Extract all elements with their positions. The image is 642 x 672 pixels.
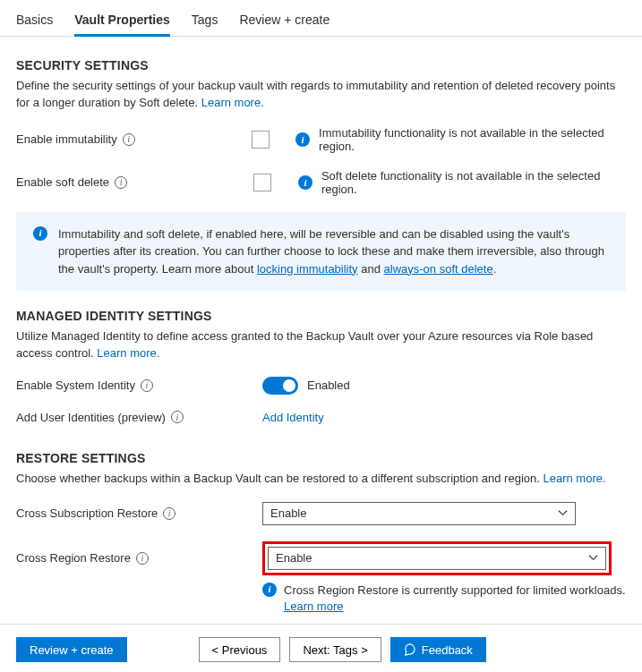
crr-learn-more-link[interactable]: Learn more xyxy=(284,600,343,613)
tab-basics[interactable]: Basics xyxy=(16,7,53,36)
banner-text-post: . xyxy=(493,262,497,276)
feedback-label: Feedback xyxy=(422,643,473,657)
enable-immutability-label: Enable immutability xyxy=(16,132,117,146)
footer-bar: Review + create < Previous Next: Tags > … xyxy=(0,624,642,672)
add-user-identities-row: Add User Identities (preview) i Add Iden… xyxy=(16,411,626,424)
cross-region-restore-select[interactable]: Enable xyxy=(268,547,606,570)
add-user-identities-label: Add User Identities (preview) xyxy=(16,411,166,424)
banner-text-mid: and xyxy=(358,262,384,276)
security-learn-more-link[interactable]: Learn more. xyxy=(201,96,264,109)
info-icon[interactable]: i xyxy=(115,176,127,189)
tab-vault-properties[interactable]: Vault Properties xyxy=(74,7,170,37)
managed-identity-heading: MANAGED IDENTITY SETTINGS xyxy=(16,309,626,323)
enable-system-identity-row: Enable System Identity i Enabled xyxy=(16,377,626,395)
feedback-button[interactable]: Feedback xyxy=(390,637,486,662)
crr-info-note: i Cross Region Restore is currently supp… xyxy=(262,583,626,615)
enable-immutability-checkbox[interactable] xyxy=(252,131,270,149)
tab-review-create[interactable]: Review + create xyxy=(239,7,330,36)
info-icon[interactable]: i xyxy=(163,507,175,520)
security-banner-text: Immutability and soft delete, if enabled… xyxy=(58,225,609,278)
cross-region-restore-highlight: Enable xyxy=(262,541,612,575)
previous-button[interactable]: < Previous xyxy=(199,637,281,662)
system-identity-toggle[interactable] xyxy=(262,377,298,395)
enable-soft-delete-label: Enable soft delete xyxy=(16,175,109,189)
feedback-icon xyxy=(404,643,416,656)
restore-settings-heading: RESTORE SETTINGS xyxy=(16,451,626,465)
system-identity-enabled-text: Enabled xyxy=(307,379,350,392)
enable-soft-delete-row: Enable soft delete i i Soft delete funct… xyxy=(16,169,626,196)
cross-region-restore-label: Cross Region Restore xyxy=(16,551,131,565)
info-badge-icon: i xyxy=(298,175,312,190)
info-badge-icon: i xyxy=(262,583,277,597)
info-icon[interactable]: i xyxy=(171,411,184,423)
content-pane: SECURITY SETTINGS Define the security se… xyxy=(0,37,642,624)
add-identity-link[interactable]: Add Identity xyxy=(262,411,324,424)
info-badge-icon: i xyxy=(33,226,47,241)
cross-region-restore-row: Cross Region Restore i Enable xyxy=(16,541,626,575)
info-icon[interactable]: i xyxy=(136,552,149,565)
managed-identity-desc: Utilize Managed Identity to define acces… xyxy=(16,328,626,362)
chevron-down-icon xyxy=(558,508,568,518)
select-value: Enable xyxy=(276,551,312,565)
enable-immutability-row: Enable immutability i i Immutability fun… xyxy=(16,126,626,153)
info-icon[interactable]: i xyxy=(141,379,153,392)
security-info-banner: i Immutability and soft delete, if enabl… xyxy=(16,212,626,292)
tab-bar: Basics Vault Properties Tags Review + cr… xyxy=(0,0,642,37)
enable-soft-delete-checkbox[interactable] xyxy=(253,174,271,191)
cross-subscription-restore-label: Cross Subscription Restore xyxy=(16,506,158,520)
always-on-soft-delete-link[interactable]: always-on soft delete xyxy=(384,262,493,276)
restore-settings-desc: Choose whether backups within a Backup V… xyxy=(16,471,626,488)
security-settings-heading: SECURITY SETTINGS xyxy=(16,58,626,72)
restore-learn-more-link[interactable]: Learn more. xyxy=(544,472,606,485)
crr-info-text: Cross Region Restore is currently suppor… xyxy=(284,583,626,597)
info-badge-icon: i xyxy=(295,132,310,147)
chevron-down-icon xyxy=(588,553,598,563)
cross-subscription-restore-row: Cross Subscription Restore i Enable xyxy=(16,502,626,525)
tab-tags[interactable]: Tags xyxy=(192,7,218,36)
locking-immutability-link[interactable]: locking immutability xyxy=(257,262,358,276)
next-button[interactable]: Next: Tags > xyxy=(289,637,381,662)
security-settings-desc: Define the security settings of your bac… xyxy=(16,78,626,112)
review-create-button[interactable]: Review + create xyxy=(16,637,127,662)
identity-learn-more-link[interactable]: Learn more. xyxy=(97,346,159,360)
restore-desc-text: Choose whether backups within a Backup V… xyxy=(16,472,540,485)
select-value: Enable xyxy=(270,506,306,520)
soft-delete-unavailable-msg: Soft delete functionality is not availab… xyxy=(321,169,626,196)
immutability-unavailable-msg: Immutability functionality is not availa… xyxy=(319,126,626,153)
info-icon[interactable]: i xyxy=(123,133,135,146)
cross-subscription-restore-select[interactable]: Enable xyxy=(262,502,576,525)
enable-system-identity-label: Enable System Identity xyxy=(16,379,135,392)
security-desc-text: Define the security settings of your bac… xyxy=(16,79,615,109)
